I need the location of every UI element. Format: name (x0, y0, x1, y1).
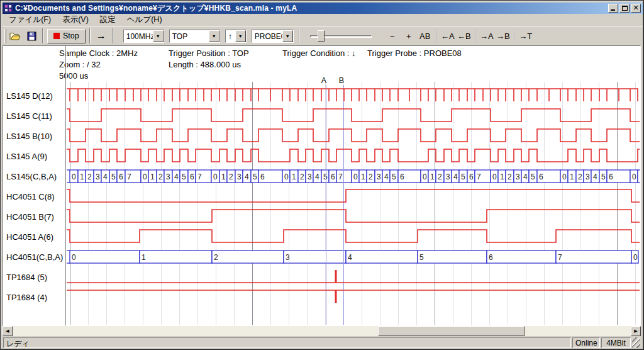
toolbar-separator (112, 28, 113, 43)
bus-value: 0 (143, 172, 147, 181)
bus-value: 0 (213, 172, 218, 181)
stop-button[interactable]: Stop (47, 29, 86, 43)
dropdown-arrow-icon[interactable]: ▼ (282, 30, 293, 42)
bus-value: 1 (430, 172, 435, 181)
menu-item-3[interactable]: ヘルプ(H) (121, 13, 168, 26)
menu-bar: ファイル(F)表示(V)設定ヘルプ(H) (3, 14, 643, 26)
trigger-pos-value: TOP (170, 30, 209, 42)
sample-rate-combo[interactable]: 100MHz ▼ (123, 30, 164, 43)
bus-value: 1 (570, 172, 574, 181)
bus-value: 4 (174, 172, 179, 181)
bus-value: 6 (400, 172, 404, 181)
trigger-edge-value: ↑ (226, 30, 235, 42)
pulse-mark (335, 290, 337, 303)
menu-item-2[interactable]: 設定 (94, 13, 121, 26)
toolbar-separator (89, 28, 91, 43)
cursor-layer[interactable]: AB (321, 76, 344, 325)
open-file-button[interactable] (7, 28, 23, 43)
goto-cursor-b-button[interactable]: ←B (456, 28, 472, 43)
menu-item-0[interactable]: ファイル(F) (3, 13, 57, 26)
toolbar-separator (514, 28, 515, 43)
bus-value: 0 (72, 172, 76, 181)
channel-label-2: LS145 B(10) (6, 132, 52, 141)
set-cursor-b-button[interactable]: →B (495, 28, 511, 43)
title-bar: C:¥Documents and Settings¥noname¥デスクトップ¥… (3, 3, 643, 14)
goto-trigger-button[interactable]: →T (518, 28, 534, 43)
run-button[interactable]: → (93, 28, 109, 43)
bus-value: 1 (142, 253, 146, 262)
bus-value: 3 (516, 172, 520, 181)
channel-label-3: LS145 A(9) (6, 152, 47, 161)
bus-value: 2 (578, 172, 582, 181)
bus-value: 5 (419, 253, 424, 262)
bus-value: 7 (477, 172, 481, 181)
dropdown-arrow-icon[interactable]: ▼ (153, 30, 164, 42)
set-cursor-a-button[interactable]: →A (479, 28, 495, 43)
toolbar-separator (475, 28, 476, 43)
close-button[interactable]: ✕ (631, 4, 641, 13)
trigger-pos-combo[interactable]: TOP ▼ (169, 30, 220, 43)
bus-value: 2 (87, 172, 92, 181)
channel-label-4: LS145(C,B,A) (6, 172, 57, 181)
close-icon: ✕ (631, 4, 640, 12)
bus-value: 2 (438, 172, 442, 181)
bus-value: 2 (369, 172, 373, 181)
status-ready: レディ (3, 337, 571, 348)
channel-label-5: HC4051 C(8) (6, 192, 55, 201)
bus-value: 7 (197, 172, 202, 181)
toolbar-separator (299, 28, 300, 43)
bus-value: 6 (539, 172, 543, 181)
toolbar-gripper[interactable] (4, 29, 6, 43)
bus-value: 4 (593, 172, 597, 181)
waveform-plot: LS145 D(12)LS145 C(11)LS145 B(10)LS145 A… (3, 46, 640, 325)
horizontal-scrollbar[interactable]: ◀ ▶ (3, 326, 641, 336)
trigger-probe-combo[interactable]: PROBE00 ▼ (252, 30, 294, 43)
dropdown-arrow-icon[interactable]: ▼ (209, 30, 219, 42)
bus-value: 3 (237, 172, 242, 181)
status-memory: 4MBit (601, 337, 631, 348)
scroll-left-button[interactable]: ◀ (3, 326, 13, 336)
channel-label-9: TP1684 (5) (6, 273, 47, 282)
bus-value: 4 (523, 172, 528, 181)
trigger-edge-combo[interactable]: ↑ ▼ (225, 30, 247, 43)
cursor-a-label: A (321, 76, 327, 85)
save-file-button[interactable] (23, 28, 40, 43)
zoom-ab-button[interactable]: AB (417, 28, 433, 43)
bus-value: 1 (150, 172, 155, 181)
zoom-slider-thumb[interactable] (318, 30, 325, 42)
sample-rate-value: 100MHz (124, 30, 153, 42)
floppy-disk-icon (27, 31, 36, 41)
zoom-out-button[interactable]: − (384, 28, 401, 43)
scrollbar-thumb[interactable] (378, 326, 525, 336)
bus-value: 7 (558, 253, 562, 262)
bus-value: 3 (96, 172, 100, 181)
channel-label-1: LS145 C(11) (6, 111, 52, 121)
bus-value: 3 (586, 172, 590, 181)
scroll-right-button[interactable]: ▶ (631, 326, 641, 336)
maximize-icon (622, 6, 628, 11)
bus-value: 0 (562, 172, 567, 181)
bus-value: 0 (353, 172, 358, 181)
bus-layer: 0123456701234567012345601234567012345601… (67, 170, 640, 263)
bus-value: 4 (315, 172, 319, 181)
zoom-in-button[interactable]: + (401, 28, 417, 43)
menu-item-1[interactable]: 表示(V) (57, 13, 94, 26)
resize-grip[interactable] (632, 337, 640, 348)
bus-value: 0 (633, 253, 638, 262)
bus-value: 0 (632, 172, 636, 181)
bus-value: 4 (103, 172, 108, 181)
maximize-button[interactable] (619, 4, 630, 13)
zoom-slider[interactable] (309, 28, 373, 43)
bus-value: 5 (531, 172, 535, 181)
channel-label-10: TP1684 (4) (6, 293, 47, 302)
bus-value: 0 (423, 172, 427, 181)
minimize-button[interactable] (608, 4, 618, 13)
bus-value: 2 (508, 172, 512, 181)
channel-label-7: HC4051 A(6) (6, 232, 53, 242)
goto-cursor-a-button[interactable]: ←A (440, 28, 456, 43)
bus-value: 2 (300, 172, 304, 181)
bus-value: 2 (214, 253, 218, 262)
bus-value: 0 (284, 172, 289, 181)
dropdown-arrow-icon[interactable]: ▼ (235, 30, 246, 42)
bus-value: 5 (461, 172, 465, 181)
